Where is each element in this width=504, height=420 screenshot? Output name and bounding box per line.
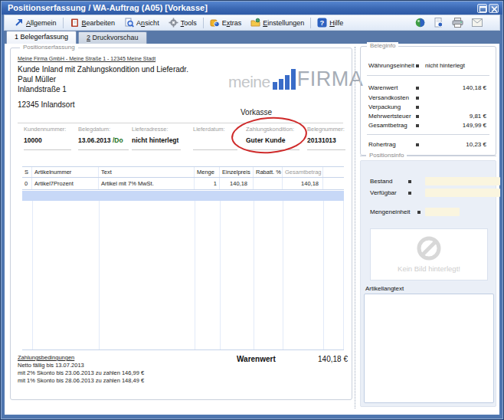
company-logo: meine FIRMA	[228, 69, 363, 90]
beleginfo-row: Währungseinheit nicht hinterlegt	[368, 62, 489, 71]
edit-book-icon	[70, 18, 80, 28]
globe-sphere-icon[interactable]	[415, 18, 425, 28]
cell-status: 0	[22, 178, 32, 189]
menu-hilfe[interactable]: ? Hilfe	[313, 16, 348, 29]
artikellangtext-box[interactable]	[364, 294, 494, 403]
arrow-up-right-icon	[14, 18, 24, 28]
bullet-icon	[416, 87, 419, 90]
tab-druckvorschau[interactable]: 2 Druckvorschau	[78, 31, 147, 44]
menu-item-label: Ansicht	[136, 19, 159, 27]
bullet-icon	[408, 192, 411, 195]
cell-rabatt	[254, 178, 283, 189]
positionsinfo-panel: Bestand Verfügbar Mengeneinheit Kein Bi	[360, 160, 496, 407]
bullet-icon	[417, 211, 421, 214]
maximize-button[interactable]	[477, 4, 487, 13]
panel-splitter[interactable]	[355, 47, 355, 409]
payment-type-text: Vorkasse	[241, 108, 272, 116]
table-header-row: S Artikelnummer Text Menge Einzelpreis R…	[22, 166, 344, 178]
beleginfo-row: Gesamtbetrag 149,99 €	[368, 122, 489, 130]
maximize-icon	[479, 6, 486, 12]
address-line: Kunde Inland mit Zahlungskondition und L…	[18, 65, 188, 74]
col-header: Menge	[195, 167, 220, 177]
bullet-icon	[408, 180, 411, 183]
menu-ansicht[interactable]: Ansicht	[119, 16, 164, 29]
field-kundennummer[interactable]: Kundennummer: 10000	[24, 126, 66, 133]
menu-tools[interactable]: Tools	[164, 16, 201, 29]
no-image-text: Kein Bild hinterlegt!	[371, 264, 487, 273]
settings-folder-icon	[250, 18, 260, 28]
help-question-icon: ?	[317, 18, 327, 28]
tab-belegerfassung[interactable]: 1 Belegerfassung	[6, 31, 77, 44]
weekday-suffix: /Do	[111, 136, 123, 144]
gear-icon	[169, 18, 178, 28]
menu-item-label: Extras	[222, 19, 242, 27]
magnifier-page-icon	[124, 18, 134, 28]
total-value: 140,18 €	[279, 355, 348, 363]
divider	[367, 134, 489, 135]
menu-separator	[310, 18, 311, 28]
menu-bearbeiten[interactable]: Bearbeiten	[65, 16, 120, 29]
window-title: Positionserfassung / WA-Auftrag (A05) [V…	[8, 3, 208, 12]
document-preview-icon[interactable]	[434, 18, 443, 28]
artikellangtext-label: Artikellangtext	[365, 285, 404, 292]
field-lieferdatum[interactable]: Lieferdatum:	[193, 126, 225, 133]
email-icon[interactable]	[472, 18, 483, 27]
bullet-icon	[416, 64, 419, 67]
col-header	[323, 167, 344, 177]
bullet-icon	[416, 115, 419, 118]
mengeneinheit-value-field	[425, 208, 460, 216]
tab-bar: 1 Belegerfassung 2 Druckvorschau	[4, 31, 500, 44]
extras-sphere-icon	[210, 18, 220, 28]
col-header: Text	[99, 167, 195, 177]
menu-item-label: Allgemein	[26, 19, 57, 27]
menu-bar: Allgemein Bearbeiten Ansicht	[4, 15, 500, 31]
verfuegbar-value-field	[425, 189, 500, 197]
positionsinfo-row: Mengeneinheit	[370, 208, 410, 217]
field-belegdatum[interactable]: Belegdatum: 13.06.2013 /Do	[78, 126, 110, 133]
cell-menge: 1	[195, 178, 220, 189]
field-lieferadresse[interactable]: Lieferadresse: nicht hinterlegt	[132, 126, 169, 133]
address-line: 12345 Inlandsort	[18, 100, 75, 109]
cell-text: Artikel mit 7% MwSt.	[99, 178, 195, 189]
print-icon[interactable]	[452, 18, 463, 28]
groupbox-label: Positionserfassung	[20, 44, 78, 51]
menu-separator	[63, 18, 64, 28]
selected-empty-row[interactable]	[22, 191, 344, 201]
positionsinfo-row: Verfügbar	[370, 189, 397, 198]
bullet-icon	[416, 124, 419, 127]
table-row[interactable]: 0 Artikel7Prozent Artikel mit 7% MwSt. 1…	[22, 178, 344, 190]
logo-word-meine: meine	[228, 74, 270, 90]
cell-einzelpreis: 140,18	[220, 178, 254, 189]
menu-item-label: Einstellungen	[263, 19, 304, 27]
col-header: Einzelpreis	[220, 167, 254, 177]
address-line: Inlandstraße 1	[18, 85, 67, 94]
menu-item-label: Bearbeiten	[82, 19, 116, 27]
beleginfo-row: Warenwert 140,18 €	[368, 84, 489, 93]
cell-artikelnummer: Artikel7Prozent	[32, 178, 99, 189]
no-image-icon	[415, 235, 443, 262]
bullet-icon	[416, 106, 419, 109]
menu-extras[interactable]: Extras	[205, 16, 247, 29]
tab-label: 1 Belegerfassung	[15, 33, 68, 41]
col-header: S	[22, 167, 32, 177]
close-icon	[491, 6, 498, 12]
app-window: Positionserfassung / WA-Auftrag (A05) [V…	[0, 0, 504, 420]
positionsinfo-groupbox: Positionsinfo	[360, 156, 496, 156]
logo-word-firma: FIRMA	[297, 70, 364, 90]
payment-terms-line: mit 2% Skonto bis 23.06.2013 zu zahlen 1…	[18, 369, 144, 376]
col-header: Gesamtbetrag	[283, 167, 323, 177]
total-label: Warenwert	[237, 355, 276, 363]
divider	[367, 75, 489, 76]
menu-separator	[203, 18, 204, 28]
col-header: Artikelnummer	[32, 167, 99, 177]
groupbox-label: Positionsinfo	[366, 152, 407, 159]
menu-item-label: Hilfe	[329, 19, 343, 27]
menu-einstellungen[interactable]: Einstellungen	[246, 16, 309, 29]
menu-allgemein[interactable]: Allgemein	[9, 16, 61, 29]
table-empty-area[interactable]	[22, 201, 344, 350]
beleginfo-row: Mehrwertsteuer 9,81 €	[368, 113, 489, 121]
article-image-box: Kein Bild hinterlegt!	[370, 228, 488, 281]
field-belegnummer[interactable]: Belegnummer: 20131013	[307, 126, 345, 133]
close-button[interactable]	[489, 4, 499, 13]
cell-gesamtbetrag: 140,18	[283, 178, 323, 189]
